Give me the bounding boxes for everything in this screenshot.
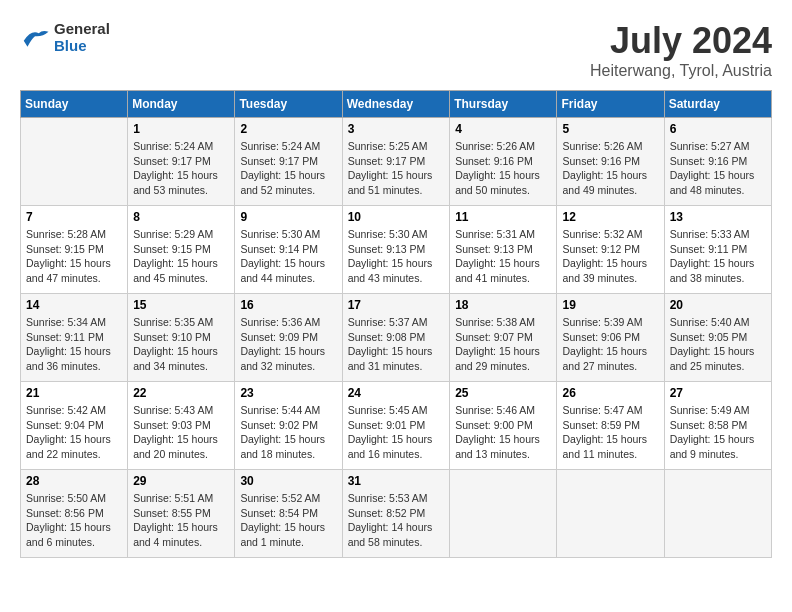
weekday-header-tuesday: Tuesday: [235, 91, 342, 118]
logo: General Blue: [20, 20, 110, 54]
day-info: Sunrise: 5:24 AM Sunset: 9:17 PM Dayligh…: [240, 139, 336, 198]
calendar-cell: 21Sunrise: 5:42 AM Sunset: 9:04 PM Dayli…: [21, 382, 128, 470]
calendar-cell: 19Sunrise: 5:39 AM Sunset: 9:06 PM Dayli…: [557, 294, 664, 382]
day-number: 23: [240, 386, 336, 400]
day-info: Sunrise: 5:47 AM Sunset: 8:59 PM Dayligh…: [562, 403, 658, 462]
location-subtitle: Heiterwang, Tyrol, Austria: [590, 62, 772, 80]
calendar-week-row: 1Sunrise: 5:24 AM Sunset: 9:17 PM Daylig…: [21, 118, 772, 206]
day-info: Sunrise: 5:30 AM Sunset: 9:13 PM Dayligh…: [348, 227, 445, 286]
day-number: 2: [240, 122, 336, 136]
day-info: Sunrise: 5:24 AM Sunset: 9:17 PM Dayligh…: [133, 139, 229, 198]
calendar-cell: 30Sunrise: 5:52 AM Sunset: 8:54 PM Dayli…: [235, 470, 342, 558]
day-info: Sunrise: 5:38 AM Sunset: 9:07 PM Dayligh…: [455, 315, 551, 374]
day-info: Sunrise: 5:44 AM Sunset: 9:02 PM Dayligh…: [240, 403, 336, 462]
day-number: 13: [670, 210, 766, 224]
day-number: 30: [240, 474, 336, 488]
day-number: 21: [26, 386, 122, 400]
day-info: Sunrise: 5:29 AM Sunset: 9:15 PM Dayligh…: [133, 227, 229, 286]
weekday-header-wednesday: Wednesday: [342, 91, 450, 118]
day-info: Sunrise: 5:32 AM Sunset: 9:12 PM Dayligh…: [562, 227, 658, 286]
weekday-header-monday: Monday: [128, 91, 235, 118]
day-number: 19: [562, 298, 658, 312]
weekday-header-sunday: Sunday: [21, 91, 128, 118]
day-info: Sunrise: 5:46 AM Sunset: 9:00 PM Dayligh…: [455, 403, 551, 462]
day-number: 22: [133, 386, 229, 400]
day-number: 15: [133, 298, 229, 312]
day-number: 17: [348, 298, 445, 312]
day-info: Sunrise: 5:37 AM Sunset: 9:08 PM Dayligh…: [348, 315, 445, 374]
day-info: Sunrise: 5:40 AM Sunset: 9:05 PM Dayligh…: [670, 315, 766, 374]
day-number: 12: [562, 210, 658, 224]
calendar-cell: 14Sunrise: 5:34 AM Sunset: 9:11 PM Dayli…: [21, 294, 128, 382]
day-number: 14: [26, 298, 122, 312]
calendar-cell: 28Sunrise: 5:50 AM Sunset: 8:56 PM Dayli…: [21, 470, 128, 558]
weekday-header-saturday: Saturday: [664, 91, 771, 118]
day-number: 28: [26, 474, 122, 488]
calendar-cell: [450, 470, 557, 558]
calendar-table: SundayMondayTuesdayWednesdayThursdayFrid…: [20, 90, 772, 558]
month-year-title: July 2024: [590, 20, 772, 62]
calendar-cell: 4Sunrise: 5:26 AM Sunset: 9:16 PM Daylig…: [450, 118, 557, 206]
day-info: Sunrise: 5:35 AM Sunset: 9:10 PM Dayligh…: [133, 315, 229, 374]
day-info: Sunrise: 5:43 AM Sunset: 9:03 PM Dayligh…: [133, 403, 229, 462]
calendar-cell: 12Sunrise: 5:32 AM Sunset: 9:12 PM Dayli…: [557, 206, 664, 294]
day-info: Sunrise: 5:33 AM Sunset: 9:11 PM Dayligh…: [670, 227, 766, 286]
day-info: Sunrise: 5:26 AM Sunset: 9:16 PM Dayligh…: [455, 139, 551, 198]
calendar-cell: 22Sunrise: 5:43 AM Sunset: 9:03 PM Dayli…: [128, 382, 235, 470]
calendar-week-row: 7Sunrise: 5:28 AM Sunset: 9:15 PM Daylig…: [21, 206, 772, 294]
calendar-cell: 20Sunrise: 5:40 AM Sunset: 9:05 PM Dayli…: [664, 294, 771, 382]
day-number: 11: [455, 210, 551, 224]
weekday-header-row: SundayMondayTuesdayWednesdayThursdayFrid…: [21, 91, 772, 118]
calendar-cell: [664, 470, 771, 558]
day-number: 24: [348, 386, 445, 400]
day-info: Sunrise: 5:36 AM Sunset: 9:09 PM Dayligh…: [240, 315, 336, 374]
calendar-cell: 3Sunrise: 5:25 AM Sunset: 9:17 PM Daylig…: [342, 118, 450, 206]
day-info: Sunrise: 5:26 AM Sunset: 9:16 PM Dayligh…: [562, 139, 658, 198]
calendar-week-row: 28Sunrise: 5:50 AM Sunset: 8:56 PM Dayli…: [21, 470, 772, 558]
day-number: 25: [455, 386, 551, 400]
calendar-cell: 24Sunrise: 5:45 AM Sunset: 9:01 PM Dayli…: [342, 382, 450, 470]
calendar-cell: 7Sunrise: 5:28 AM Sunset: 9:15 PM Daylig…: [21, 206, 128, 294]
day-info: Sunrise: 5:50 AM Sunset: 8:56 PM Dayligh…: [26, 491, 122, 550]
calendar-cell: 5Sunrise: 5:26 AM Sunset: 9:16 PM Daylig…: [557, 118, 664, 206]
calendar-cell: 31Sunrise: 5:53 AM Sunset: 8:52 PM Dayli…: [342, 470, 450, 558]
calendar-cell: [21, 118, 128, 206]
day-info: Sunrise: 5:30 AM Sunset: 9:14 PM Dayligh…: [240, 227, 336, 286]
calendar-cell: 16Sunrise: 5:36 AM Sunset: 9:09 PM Dayli…: [235, 294, 342, 382]
calendar-cell: 11Sunrise: 5:31 AM Sunset: 9:13 PM Dayli…: [450, 206, 557, 294]
logo-text: General Blue: [54, 20, 110, 54]
day-info: Sunrise: 5:42 AM Sunset: 9:04 PM Dayligh…: [26, 403, 122, 462]
day-number: 5: [562, 122, 658, 136]
day-info: Sunrise: 5:52 AM Sunset: 8:54 PM Dayligh…: [240, 491, 336, 550]
day-number: 26: [562, 386, 658, 400]
day-number: 8: [133, 210, 229, 224]
weekday-header-friday: Friday: [557, 91, 664, 118]
calendar-cell: 1Sunrise: 5:24 AM Sunset: 9:17 PM Daylig…: [128, 118, 235, 206]
day-number: 4: [455, 122, 551, 136]
calendar-cell: 6Sunrise: 5:27 AM Sunset: 9:16 PM Daylig…: [664, 118, 771, 206]
calendar-week-row: 21Sunrise: 5:42 AM Sunset: 9:04 PM Dayli…: [21, 382, 772, 470]
day-info: Sunrise: 5:51 AM Sunset: 8:55 PM Dayligh…: [133, 491, 229, 550]
day-number: 16: [240, 298, 336, 312]
day-number: 27: [670, 386, 766, 400]
day-info: Sunrise: 5:45 AM Sunset: 9:01 PM Dayligh…: [348, 403, 445, 462]
page-header: General Blue July 2024 Heiterwang, Tyrol…: [20, 20, 772, 80]
day-info: Sunrise: 5:28 AM Sunset: 9:15 PM Dayligh…: [26, 227, 122, 286]
calendar-cell: [557, 470, 664, 558]
title-block: July 2024 Heiterwang, Tyrol, Austria: [590, 20, 772, 80]
calendar-cell: 15Sunrise: 5:35 AM Sunset: 9:10 PM Dayli…: [128, 294, 235, 382]
day-info: Sunrise: 5:53 AM Sunset: 8:52 PM Dayligh…: [348, 491, 445, 550]
calendar-cell: 9Sunrise: 5:30 AM Sunset: 9:14 PM Daylig…: [235, 206, 342, 294]
day-info: Sunrise: 5:39 AM Sunset: 9:06 PM Dayligh…: [562, 315, 658, 374]
calendar-cell: 17Sunrise: 5:37 AM Sunset: 9:08 PM Dayli…: [342, 294, 450, 382]
day-info: Sunrise: 5:31 AM Sunset: 9:13 PM Dayligh…: [455, 227, 551, 286]
calendar-cell: 25Sunrise: 5:46 AM Sunset: 9:00 PM Dayli…: [450, 382, 557, 470]
calendar-cell: 29Sunrise: 5:51 AM Sunset: 8:55 PM Dayli…: [128, 470, 235, 558]
day-number: 10: [348, 210, 445, 224]
calendar-cell: 27Sunrise: 5:49 AM Sunset: 8:58 PM Dayli…: [664, 382, 771, 470]
day-info: Sunrise: 5:27 AM Sunset: 9:16 PM Dayligh…: [670, 139, 766, 198]
calendar-week-row: 14Sunrise: 5:34 AM Sunset: 9:11 PM Dayli…: [21, 294, 772, 382]
day-number: 20: [670, 298, 766, 312]
day-number: 29: [133, 474, 229, 488]
weekday-header-thursday: Thursday: [450, 91, 557, 118]
